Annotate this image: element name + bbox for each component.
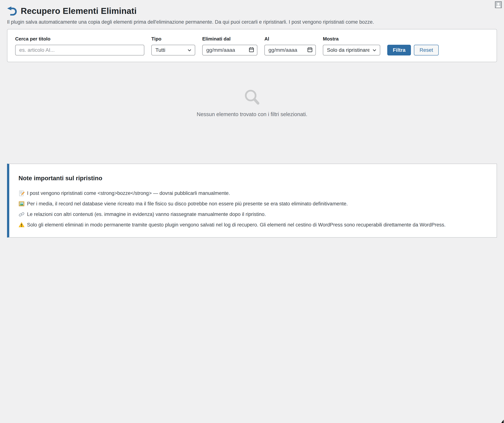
note-text: Le relazioni con altri contenuti (es. im…: [27, 212, 266, 217]
memo-icon: [18, 190, 25, 196]
chevron-down-icon: [372, 48, 377, 53]
field-show: Mostra Solo da ripristinare: [323, 36, 380, 55]
note-item: I post vengono ripristinati come <strong…: [18, 190, 487, 196]
notes-panel: Note importanti sul ripristino: [7, 164, 497, 238]
search-icon: [244, 88, 260, 105]
picture-icon: [18, 201, 25, 207]
type-select[interactable]: Tutti: [151, 45, 195, 55]
field-date-from: Eliminati dal: [202, 36, 257, 55]
link-icon: [18, 211, 25, 217]
page-header: Recupero Elementi Eliminati: [7, 6, 497, 16]
reset-button[interactable]: Reset: [414, 45, 438, 55]
field-date-to: Al: [264, 36, 316, 55]
date-to-label: Al: [264, 36, 316, 42]
type-label: Tipo: [151, 36, 195, 42]
date-to-input[interactable]: [264, 45, 316, 55]
show-select[interactable]: Solo da ripristinare: [323, 45, 380, 55]
filter-actions: Filtra Reset: [387, 45, 439, 55]
type-select-value: Tutti: [156, 47, 165, 53]
chevron-down-icon: [187, 48, 192, 53]
note-text: Per i media, il record nel database vien…: [27, 201, 348, 207]
empty-state: Nessun elemento trovato con i filtri sel…: [7, 88, 497, 118]
notes-list: I post vengono ripristinati come <strong…: [18, 190, 487, 228]
show-select-value: Solo da ripristinare: [327, 47, 370, 53]
date-from-label: Eliminati dal: [202, 36, 257, 42]
search-label: Cerca per titolo: [15, 36, 144, 42]
field-type: Tipo Tutti: [151, 36, 195, 55]
note-text: I post vengono ripristinati come <strong…: [27, 190, 230, 196]
note-text: Solo gli elementi eliminati in modo perm…: [27, 222, 445, 228]
field-search: Cerca per titolo: [15, 36, 144, 55]
filter-panel: Cerca per titolo Tipo Tutti Eliminati da…: [7, 29, 497, 62]
note-item: Per i media, il record nel database vien…: [18, 201, 487, 207]
note-item: Solo gli elementi eliminati in modo perm…: [18, 222, 487, 228]
show-label: Mostra: [323, 36, 380, 42]
page-subtitle: Il plugin salva automaticamente una copi…: [7, 19, 497, 25]
warning-icon: [18, 222, 25, 228]
notes-title: Note importanti sul ripristino: [18, 175, 487, 182]
user-avatar-icon[interactable]: [495, 1, 502, 8]
page-root: Recupero Elementi Eliminati Il plugin sa…: [0, 0, 504, 238]
date-from-input[interactable]: [202, 45, 257, 55]
undo-arrow-icon: [7, 6, 17, 16]
page-title: Recupero Elementi Eliminati: [21, 6, 137, 16]
person-silhouette-icon: [496, 2, 501, 8]
mouse-cursor: [501, 420, 504, 423]
empty-state-message: Nessun elemento trovato con i filtri sel…: [7, 111, 497, 118]
note-item: Le relazioni con altri contenuti (es. im…: [18, 211, 487, 217]
search-input[interactable]: [15, 45, 144, 55]
filter-button[interactable]: Filtra: [387, 45, 411, 55]
